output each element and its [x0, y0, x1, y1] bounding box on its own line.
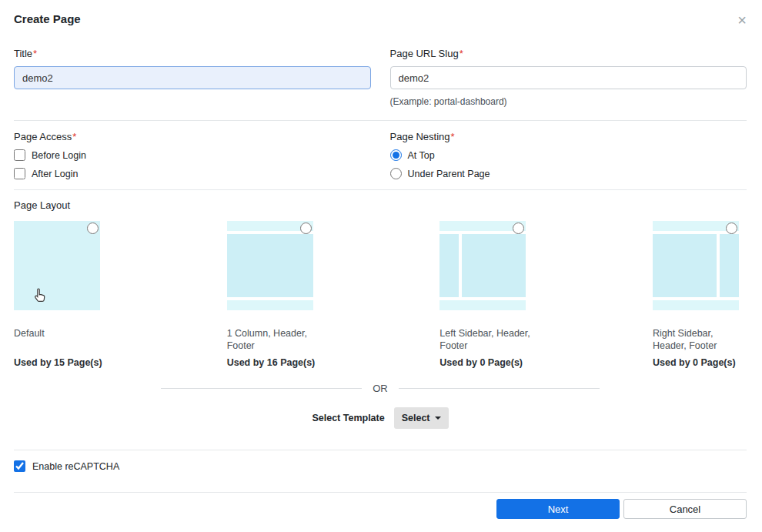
required-asterisk: * — [460, 48, 463, 59]
page-access-label: Page Access* — [14, 131, 371, 142]
layout-card-default[interactable]: Default Used by 15 Page(s) — [14, 221, 108, 368]
page-title: Create Page — [14, 12, 81, 25]
page-layout-label: Page Layout — [14, 199, 747, 211]
under-parent-option: Under Parent Page — [390, 168, 747, 179]
divider — [14, 189, 747, 190]
divider — [14, 120, 747, 121]
thumb-left-sidebar-block — [439, 234, 459, 297]
or-divider: OR — [161, 383, 600, 394]
recaptcha-row: Enable reCAPTCHA — [14, 460, 747, 472]
title-field-group: Title* — [14, 48, 371, 107]
layout-name: Default — [14, 327, 108, 352]
at-top-option: At Top — [390, 149, 747, 161]
after-login-checkbox[interactable] — [14, 168, 25, 179]
thumb-main-block — [462, 234, 526, 297]
or-text: OR — [362, 383, 399, 394]
required-asterisk: * — [33, 48, 37, 59]
divider — [14, 450, 747, 450]
thumb-footer-bar — [439, 300, 526, 310]
modal-header: Create Page × — [14, 12, 747, 28]
layout-usage: Used by 15 Page(s) — [14, 357, 108, 368]
layout-usage: Used by 16 Page(s) — [227, 357, 321, 368]
create-page-modal: Create Page × Title* Page URL Slug* (Exa… — [0, 0, 762, 519]
caret-down-icon — [435, 417, 441, 420]
layout-card-right-sidebar[interactable]: Right Sidebar, Header, Footer Used by 0 … — [653, 221, 747, 368]
layout-usage: Used by 0 Page(s) — [653, 357, 747, 368]
page-nesting-group: Page Nesting* At Top Under Parent Page — [390, 131, 747, 179]
layout-radio-one-column[interactable] — [300, 223, 312, 234]
select-template-row: Select Template Select — [14, 407, 747, 429]
slug-input[interactable] — [390, 66, 747, 89]
layout-card-one-column[interactable]: 1 Column, Header, Footer Used by 16 Page… — [227, 221, 321, 368]
page-nesting-label: Page Nesting* — [390, 131, 747, 142]
slug-label-text: Page URL Slug — [390, 48, 459, 59]
layout-thumbnail-right-sidebar[interactable] — [653, 221, 739, 310]
slug-hint: (Example: portal-dashboard) — [390, 96, 747, 107]
page-nesting-label-text: Page Nesting — [390, 131, 450, 142]
thumb-footer-bar — [227, 300, 313, 310]
thumb-body — [439, 234, 526, 297]
layout-radio-left-sidebar[interactable] — [513, 223, 524, 234]
select-template-label: Select Template — [312, 413, 384, 423]
before-login-label[interactable]: Before Login — [32, 150, 86, 161]
title-input[interactable] — [14, 66, 371, 89]
layout-name: Left Sidebar, Header, Footer — [439, 327, 533, 352]
layout-thumbnail-one-column[interactable] — [227, 221, 313, 310]
required-asterisk: * — [451, 131, 455, 142]
layout-radio-default[interactable] — [87, 223, 99, 234]
layout-usage: Used by 0 Page(s) — [439, 357, 533, 368]
slug-field-group: Page URL Slug* (Example: portal-dashboar… — [390, 48, 747, 107]
layout-thumbnail-default[interactable] — [14, 221, 100, 310]
title-slug-row: Title* Page URL Slug* (Example: portal-d… — [14, 48, 747, 107]
layout-name: Right Sidebar, Header, Footer — [653, 327, 747, 352]
layout-cards: Default Used by 15 Page(s) 1 Column, Hea… — [14, 221, 747, 368]
select-template-dropdown-label: Select — [402, 413, 430, 423]
slug-label: Page URL Slug* — [390, 48, 747, 59]
layout-thumbnail-left-sidebar[interactable] — [439, 221, 526, 310]
layout-card-left-sidebar[interactable]: Left Sidebar, Header, Footer Used by 0 P… — [439, 221, 533, 368]
select-template-dropdown[interactable]: Select — [394, 407, 449, 429]
divider — [14, 492, 747, 493]
recaptcha-checkbox[interactable] — [14, 460, 25, 472]
thumb-footer-bar — [653, 300, 739, 310]
layout-radio-right-sidebar[interactable] — [726, 223, 737, 234]
after-login-label[interactable]: After Login — [32, 169, 78, 179]
before-login-option: Before Login — [14, 149, 371, 161]
under-parent-label[interactable]: Under Parent Page — [408, 169, 490, 179]
before-login-checkbox[interactable] — [14, 149, 25, 161]
layout-name: 1 Column, Header, Footer — [227, 327, 321, 352]
title-label: Title* — [14, 48, 371, 59]
cancel-button[interactable]: Cancel — [623, 499, 747, 519]
recaptcha-label[interactable]: Enable reCAPTCHA — [32, 461, 119, 472]
thumb-body — [653, 234, 739, 297]
under-parent-radio[interactable] — [390, 168, 402, 179]
thumb-right-sidebar-block — [720, 234, 739, 297]
access-nesting-row: Page Access* Before Login After Login Pa… — [14, 131, 747, 179]
cursor-hand-icon — [32, 287, 48, 304]
thumb-full-block — [14, 221, 100, 310]
next-button[interactable]: Next — [496, 499, 620, 519]
modal-footer: Next Cancel — [14, 499, 747, 519]
title-label-text: Title — [14, 48, 32, 59]
thumb-body — [227, 234, 313, 297]
page-access-group: Page Access* Before Login After Login — [14, 131, 371, 179]
at-top-radio[interactable] — [390, 149, 402, 161]
at-top-label[interactable]: At Top — [408, 150, 435, 161]
thumb-main-block — [227, 234, 313, 297]
after-login-option: After Login — [14, 168, 371, 179]
page-access-label-text: Page Access — [14, 131, 72, 142]
divider-line — [161, 388, 362, 389]
thumb-main-block — [653, 234, 717, 297]
divider-line — [399, 388, 600, 389]
close-icon[interactable]: × — [737, 12, 747, 28]
required-asterisk: * — [72, 131, 76, 142]
